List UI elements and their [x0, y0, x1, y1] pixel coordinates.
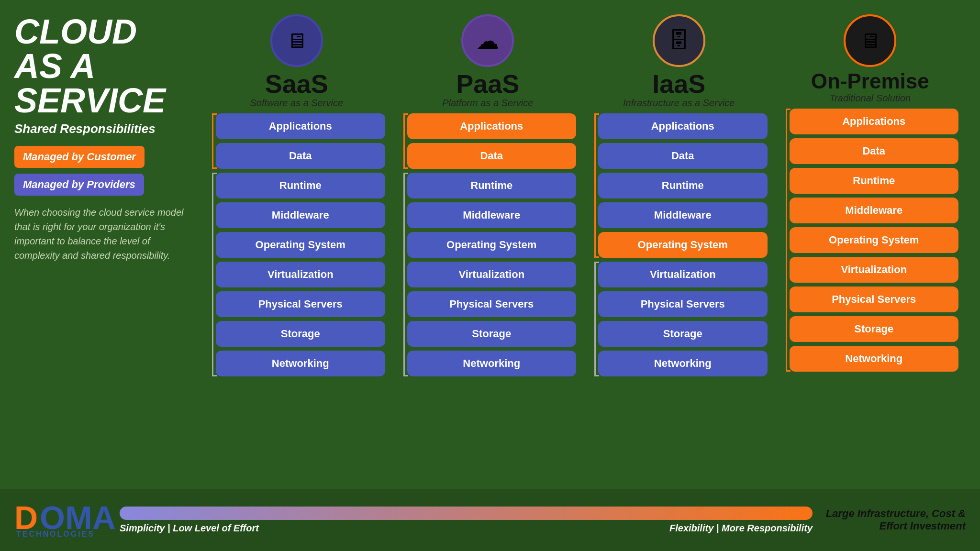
iaas-provider-items: Virtualization Physical Servers Storage … — [598, 262, 768, 376]
iaas-column: 🗄 IaaS Infrastructure as a Service Appli… — [583, 14, 775, 489]
paas-bracket-bottom-provider — [403, 375, 408, 376]
paas-icon: ☁ — [461, 14, 514, 67]
onprem-item-servers: Physical Servers — [790, 287, 959, 312]
saas-bracket-top-provider — [212, 173, 217, 174]
paas-customer-bracket: Applications Data — [400, 113, 577, 169]
saas-bracket-bottom-customer — [212, 167, 217, 169]
iaas-icon: 🗄 — [653, 14, 705, 67]
spectrum-right-label: Flexibility | More Responsibility — [669, 523, 813, 534]
logo-area: D OMA TECHNOLOGIES — [14, 501, 110, 539]
onprem-bracket-bottom-customer — [786, 370, 791, 372]
iaas-provider-bracket: Virtualization Physical Servers Storage … — [590, 262, 768, 376]
top-area: Cloud as a Service Shared Responsibiliti… — [0, 0, 980, 489]
iaas-items: Applications Data Runtime Middleware Ope… — [590, 113, 768, 376]
saas-provider-bracket: Runtime Middleware Operating System Virt… — [208, 173, 385, 376]
onprem-item-storage: Storage — [790, 316, 959, 342]
paas-customer-items: Applications Data — [407, 113, 577, 169]
onprem-bracket-top-customer — [786, 109, 791, 110]
onprem-bracket-line-customer — [786, 109, 787, 372]
bottom-bar: D OMA TECHNOLOGIES Simplicity | Low Leve… — [0, 489, 980, 551]
paas-bracket-line-customer — [403, 113, 405, 169]
saas-item-data: Data — [216, 143, 385, 169]
iaas-item-data: Data — [598, 143, 768, 169]
saas-subtitle: Software as a Service — [250, 98, 343, 109]
paas-items: Applications Data Runtime Middleware — [400, 113, 577, 376]
spectrum-bar — [120, 507, 813, 520]
legend-provider: Managed by Providers — [14, 174, 144, 196]
saas-customer-items: Applications Data — [216, 113, 385, 169]
paas-subtitle: Platform as a Service — [442, 98, 533, 109]
onprem-subtitle: Traditional Solution — [829, 93, 911, 104]
saas-item-runtime: Runtime — [216, 173, 385, 198]
saas-bracket-side-provider — [208, 173, 216, 376]
onprem-bracket-side-customer — [782, 109, 790, 372]
iaas-item-middleware: Middleware — [598, 202, 768, 228]
saas-customer-bracket: Applications Data — [208, 113, 385, 169]
main-container: Cloud as a Service Shared Responsibiliti… — [0, 0, 980, 551]
saas-bracket-bottom-provider — [212, 375, 217, 376]
saas-bracket-side-customer — [208, 113, 216, 169]
paas-item-data: Data — [407, 143, 577, 169]
paas-bracket-top-provider — [403, 173, 408, 174]
iaas-bracket-side-provider — [590, 262, 598, 376]
subtitle: Shared Responsibilities — [14, 121, 191, 136]
paas-title: PaaS — [456, 71, 519, 97]
paas-item-runtime: Runtime — [407, 173, 577, 198]
legend-customer: Managed by Customer — [14, 146, 145, 168]
paas-item-networking: Networking — [407, 351, 577, 376]
spectrum-labels: Simplicity | Low Level of Effort Flexibi… — [120, 523, 813, 534]
iaas-bracket-top-customer — [594, 113, 599, 115]
saas-item-os: Operating System — [216, 232, 385, 258]
onprem-customer-bracket: Applications Data Runtime Middleware Ope… — [782, 109, 959, 372]
saas-item-applications: Applications — [216, 113, 385, 139]
paas-provider-bracket: Runtime Middleware Operating System Virt… — [400, 173, 577, 376]
onprem-item-data: Data — [790, 138, 959, 164]
logo-technologies: TECHNOLOGIES — [16, 530, 95, 539]
iaas-item-virt: Virtualization — [598, 262, 768, 287]
iaas-bracket-top-provider — [594, 262, 599, 263]
saas-bracket-top-customer — [212, 113, 217, 115]
logo: D OMA — [14, 501, 116, 534]
paas-item-servers: Physical Servers — [407, 291, 577, 317]
logo-oma: OMA — [40, 501, 116, 534]
onprem-items: Applications Data Runtime Middleware Ope… — [782, 109, 959, 372]
logo-d: D — [14, 501, 38, 534]
onprem-all-items: Applications Data Runtime Middleware Ope… — [790, 109, 959, 372]
main-title: Cloud as a Service — [14, 14, 191, 118]
iaas-bracket-side-customer — [590, 113, 598, 258]
saas-item-middleware: Middleware — [216, 202, 385, 228]
paas-provider-items: Runtime Middleware Operating System Virt… — [407, 173, 577, 376]
iaas-bracket-line-provider — [594, 262, 596, 376]
spectrum-left-label: Simplicity | Low Level of Effort — [120, 523, 259, 534]
saas-provider-items: Runtime Middleware Operating System Virt… — [216, 173, 385, 376]
paas-item-virt: Virtualization — [407, 262, 577, 287]
saas-item-storage: Storage — [216, 321, 385, 347]
saas-item-servers: Physical Servers — [216, 291, 385, 317]
paas-item-os: Operating System — [407, 232, 577, 258]
iaas-item-os: Operating System — [598, 232, 768, 258]
onprem-title: On-Premise — [811, 71, 929, 92]
onprem-item-networking: Networking — [790, 346, 959, 372]
onprem-item-applications: Applications — [790, 109, 959, 134]
paas-item-middleware: Middleware — [407, 202, 577, 228]
paas-bracket-side-customer — [400, 113, 407, 169]
iaas-item-servers: Physical Servers — [598, 291, 768, 317]
onprem-item-runtime: Runtime — [790, 168, 959, 194]
saas-item-virt: Virtualization — [216, 262, 385, 287]
paas-item-storage: Storage — [407, 321, 577, 347]
iaas-item-applications: Applications — [598, 113, 768, 139]
saas-column: 🖥 SaaS Software as a Service Application… — [201, 14, 392, 489]
onprem-item-os: Operating System — [790, 227, 959, 253]
iaas-subtitle: Infrastructure as a Service — [623, 98, 735, 109]
saas-icon: 🖥 — [270, 14, 323, 67]
services-area: 🖥 SaaS Software as a Service Application… — [201, 14, 966, 489]
bottom-right-text: Large Infrastructure, Cost & Effort Inve… — [822, 507, 966, 532]
paas-bracket-bottom-customer — [403, 167, 408, 169]
iaas-item-runtime: Runtime — [598, 173, 768, 198]
paas-item-applications: Applications — [407, 113, 577, 139]
onprem-item-middleware: Middleware — [790, 198, 959, 223]
paas-column: ☁ PaaS Platform as a Service Application… — [392, 14, 584, 489]
iaas-customer-items: Applications Data Runtime Middleware Ope… — [598, 113, 768, 258]
onprem-item-virt: Virtualization — [790, 257, 959, 283]
paas-bracket-side-provider — [400, 173, 407, 376]
